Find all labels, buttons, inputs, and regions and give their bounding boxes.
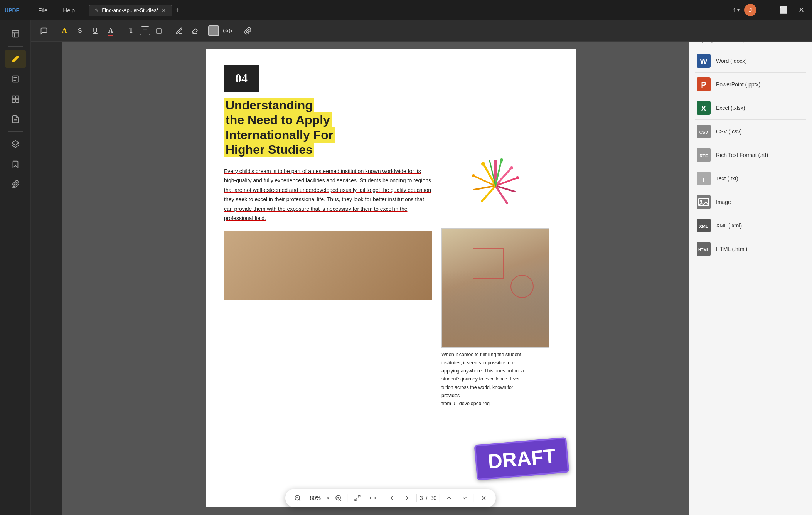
svg-text:RTF: RTF xyxy=(699,153,708,158)
word-icon: W xyxy=(697,54,711,68)
page-nav: 1 ▾ xyxy=(733,7,740,13)
toolbar-div-1 xyxy=(54,25,54,36)
svg-point-36 xyxy=(516,176,519,179)
bottom-div-2 xyxy=(382,494,382,502)
export-panel: Export PDF Export your PDF to any format… xyxy=(689,20,812,515)
sidebar-item-annotate[interactable] xyxy=(5,50,26,68)
shapes-tool[interactable] xyxy=(152,24,166,38)
strikethrough-tool[interactable]: S xyxy=(73,24,87,38)
svg-line-41 xyxy=(299,499,300,500)
svg-rect-9 xyxy=(12,99,15,102)
article-body-paragraph: Every child's dream is to be part of an … xyxy=(224,167,432,223)
word-label: Word (.docx) xyxy=(716,58,747,64)
next-page-button[interactable] xyxy=(401,492,413,504)
textbox-tool[interactable]: T xyxy=(140,26,150,35)
sidebar-item-bookmark[interactable] xyxy=(5,155,26,173)
xml-icon: XML xyxy=(697,219,711,232)
text-tool[interactable]: T xyxy=(124,24,138,38)
prev-page-button[interactable] xyxy=(386,492,398,504)
sidebar-item-reader[interactable] xyxy=(5,25,26,43)
svg-text:W: W xyxy=(700,57,708,66)
annotation-circle-2 xyxy=(510,275,534,298)
highlight-tool[interactable]: A xyxy=(57,24,71,38)
article-title-line3: Internationally For xyxy=(224,127,335,143)
export-powerpoint[interactable]: P PowerPoint (.pptx) xyxy=(689,73,812,96)
toolbar-div-5 xyxy=(238,25,238,36)
export-image[interactable]: Image xyxy=(689,190,812,214)
svg-rect-7 xyxy=(12,96,15,99)
zoom-dropdown[interactable]: ▾ xyxy=(327,496,329,501)
export-csv[interactable]: CSV CSV (.csv) xyxy=(689,120,812,143)
close-button[interactable]: ✕ xyxy=(795,6,807,14)
export-word[interactable]: W Word (.docx) xyxy=(689,49,812,72)
export-excel[interactable]: X Excel (.xlsx) xyxy=(689,96,812,119)
minimize-button[interactable]: − xyxy=(761,6,772,14)
page-separator: / xyxy=(426,495,428,501)
ppt-label: PowerPoint (.pptx) xyxy=(716,81,760,88)
xml-label: XML (.xml) xyxy=(716,222,742,229)
svg-rect-10 xyxy=(15,99,18,102)
svg-text:CSV: CSV xyxy=(699,130,708,135)
underline-tool[interactable]: U xyxy=(88,24,102,38)
export-format-list: W Word (.docx) P PowerPoint (.pptx) X Ex… xyxy=(689,46,812,515)
fit-width-button[interactable] xyxy=(367,492,379,504)
maximize-button[interactable]: ⬜ xyxy=(776,6,791,14)
pdf-content-area: 04 Understanding the Need to Apply Inter… xyxy=(62,42,719,515)
sidebar-item-organize[interactable] xyxy=(5,90,26,108)
avatar[interactable]: J xyxy=(744,4,756,16)
sidebar-item-layers[interactable] xyxy=(5,135,26,153)
help-menu[interactable]: Help xyxy=(57,7,81,13)
export-rtf[interactable]: RTF Rich Text Format (.rtf) xyxy=(689,143,812,167)
person-image xyxy=(441,228,549,348)
page-nav-chevron[interactable]: ▾ xyxy=(737,7,740,13)
file-menu[interactable]: File xyxy=(32,7,54,13)
svg-rect-15 xyxy=(211,28,217,34)
scroll-down-button[interactable] xyxy=(458,492,471,504)
tab-bar: ✎ Find-and-Ap...er-Studies* ✕ + xyxy=(89,5,179,16)
scroll-up-button[interactable] xyxy=(443,492,455,504)
export-txt[interactable]: T Text (.txt) xyxy=(689,167,812,190)
image-gradient xyxy=(442,270,549,347)
html-label: HTML (.html) xyxy=(716,246,747,252)
svg-text:XML: XML xyxy=(699,224,708,229)
article-title-block: Understanding the Need to Apply Internat… xyxy=(224,98,557,157)
sidebar-divider-1 xyxy=(8,46,23,47)
article-title-line1: Understanding xyxy=(224,98,314,113)
comment-tool[interactable] xyxy=(37,24,51,38)
bottom-div-5 xyxy=(474,494,474,502)
tab-close-button[interactable]: ✕ xyxy=(162,7,166,13)
pen-settings[interactable]: ▾ xyxy=(221,24,234,38)
pdf-document: 04 Understanding the Need to Apply Inter… xyxy=(206,49,576,507)
svg-text:P: P xyxy=(701,81,706,89)
html-icon: HTML xyxy=(697,242,711,256)
left-column: Every child's dream is to be part of an … xyxy=(224,167,432,408)
export-xml[interactable]: XML XML (.xml) xyxy=(689,214,812,237)
left-sidebar xyxy=(0,20,31,515)
firework-svg xyxy=(453,155,538,232)
sidebar-item-attachment[interactable] xyxy=(5,175,26,194)
sidebar-item-convert[interactable] xyxy=(5,110,26,128)
svg-point-39 xyxy=(500,158,503,162)
rtf-label: Rich Text Format (.rtf) xyxy=(716,152,768,158)
attach-tool[interactable] xyxy=(241,24,255,38)
toolbar-div-3 xyxy=(169,25,169,36)
text-color-tool[interactable]: A xyxy=(104,24,118,38)
active-tab[interactable]: ✎ Find-and-Ap...er-Studies* ✕ xyxy=(89,5,172,16)
sidebar-divider-2 xyxy=(8,131,23,132)
svg-line-47 xyxy=(358,495,360,497)
toolbar-div-4 xyxy=(205,25,205,36)
eraser-tool[interactable] xyxy=(188,24,202,38)
zoom-out-button[interactable] xyxy=(291,492,304,504)
bottom-image xyxy=(224,231,432,300)
sidebar-item-edit[interactable] xyxy=(5,70,26,88)
txt-label: Text (.txt) xyxy=(716,175,738,182)
export-html[interactable]: HTML HTML (.html) xyxy=(689,237,812,261)
svg-rect-8 xyxy=(15,96,18,99)
svg-point-38 xyxy=(472,174,475,177)
close-bottom-bar[interactable]: ✕ xyxy=(477,492,490,504)
zoom-in-button[interactable] xyxy=(332,492,345,504)
pencil-tool[interactable] xyxy=(172,24,186,38)
color-picker[interactable] xyxy=(208,25,219,36)
new-tab-button[interactable]: + xyxy=(175,6,180,14)
fit-page-button[interactable] xyxy=(351,492,364,504)
